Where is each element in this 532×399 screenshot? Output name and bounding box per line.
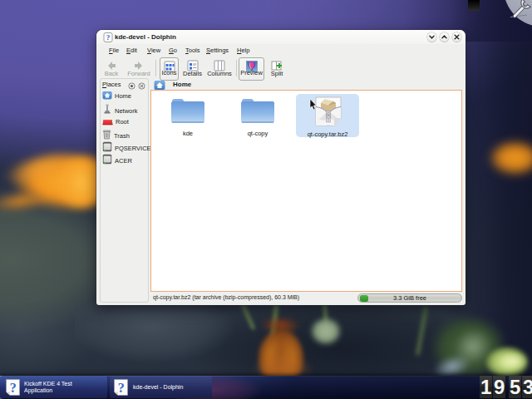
svg-text:?: ? [118,381,125,395]
svg-text:?: ? [10,381,17,395]
svg-text:?: ? [106,33,111,42]
